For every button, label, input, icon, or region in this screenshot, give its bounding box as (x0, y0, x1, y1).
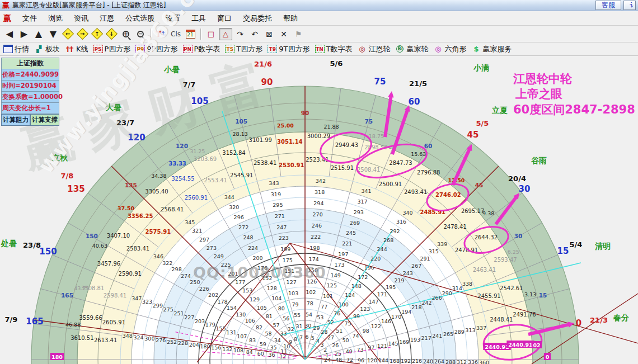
svg-text:315: 315 (429, 248, 439, 254)
svg-text:267: 267 (411, 263, 421, 269)
svg-text:2605.91: 2605.91 (102, 319, 125, 325)
svg-text:105: 105 (191, 96, 208, 106)
svg-text:2598.41: 2598.41 (104, 292, 126, 299)
svg-text:90: 90 (301, 110, 309, 116)
svg-text:298: 298 (172, 266, 182, 272)
svg-text:52: 52 (327, 319, 334, 325)
svg-text:2478.41: 2478.41 (443, 224, 466, 230)
svg-text:102: 102 (306, 289, 316, 295)
svg-text:59: 59 (260, 341, 266, 347)
svg-text:177: 177 (235, 279, 245, 285)
svg-text:130: 130 (236, 311, 246, 318)
svg-text:51: 51 (336, 328, 343, 334)
calc-resistance-button[interactable]: 计算阻力 (1, 114, 30, 126)
svg-text:72: 72 (346, 357, 353, 363)
svg-text:5/4: 5/4 (570, 240, 583, 249)
svg-text:2644.32: 2644.32 (475, 234, 498, 240)
svg-text:2515.91: 2515.91 (331, 165, 354, 171)
svg-text:202: 202 (208, 292, 218, 298)
svg-text:48: 48 (335, 357, 342, 363)
svg-text:2746.02: 2746.02 (435, 192, 461, 198)
symbol-name: 上证指数 (1, 58, 59, 69)
svg-text:121: 121 (377, 343, 387, 349)
svg-text:128: 128 (267, 285, 277, 291)
svg-text:148: 148 (351, 283, 362, 289)
svg-text:53: 53 (317, 314, 323, 320)
svg-text:345: 345 (185, 219, 195, 225)
svg-text:57: 57 (273, 322, 280, 328)
svg-text:179: 179 (205, 322, 215, 328)
svg-text:3152.84: 3152.84 (222, 150, 245, 156)
svg-text:225: 225 (221, 262, 231, 268)
svg-text:23/7: 23/7 (116, 119, 134, 127)
svg-text:97: 97 (368, 344, 374, 351)
svg-text:318: 318 (315, 189, 325, 195)
svg-text:276: 276 (156, 337, 166, 343)
svg-text:83: 83 (249, 337, 256, 343)
svg-text:124: 124 (345, 292, 355, 298)
svg-text:339: 339 (437, 241, 447, 247)
svg-text:360: 360 (479, 360, 489, 364)
svg-text:101: 101 (323, 293, 333, 299)
svg-text:175: 175 (283, 257, 293, 263)
svg-text:150: 150 (86, 233, 98, 239)
svg-text:2695.17: 2695.17 (461, 208, 484, 214)
svg-text:35: 35 (270, 344, 277, 351)
svg-text:立夏: 立夏 (491, 106, 508, 115)
svg-text:224: 224 (248, 245, 258, 251)
svg-text:2898.58: 2898.58 (364, 144, 387, 150)
svg-text:222: 222 (311, 234, 321, 240)
svg-text:2: 2 (323, 347, 327, 353)
svg-text:296: 296 (234, 214, 244, 220)
svg-text:292: 292 (390, 228, 400, 234)
svg-text:106: 106 (245, 318, 255, 324)
svg-text:2455.91: 2455.91 (477, 293, 500, 299)
svg-text:227: 227 (184, 314, 194, 320)
svg-text:173: 173 (334, 262, 344, 268)
svg-text:4: 4 (316, 338, 320, 344)
svg-text:100: 100 (339, 301, 349, 308)
svg-text:12: 12 (279, 353, 286, 360)
svg-text:2583.41: 2583.41 (126, 245, 149, 252)
svg-text:126: 126 (307, 278, 317, 285)
svg-text:319: 319 (271, 191, 281, 197)
svg-text:244: 244 (377, 246, 387, 252)
svg-text:103: 103 (288, 290, 298, 296)
svg-text:180: 180 (200, 343, 210, 349)
svg-text:21.88: 21.88 (323, 124, 339, 130)
svg-text:219: 219 (394, 277, 404, 283)
svg-text:289: 289 (454, 329, 465, 335)
svg-text:153: 153 (242, 287, 252, 294)
svg-text:294: 294 (313, 200, 323, 206)
calc-support-button[interactable]: 计算支撑 (30, 114, 59, 126)
svg-text:7/7: 7/7 (183, 81, 196, 89)
svg-text:82: 82 (256, 324, 262, 330)
svg-text:96: 96 (358, 357, 364, 363)
svg-text:56: 56 (283, 315, 289, 322)
svg-text:31: 31 (296, 323, 303, 329)
svg-text:174: 174 (309, 256, 319, 262)
svg-text:31.25: 31.25 (190, 148, 205, 154)
svg-text:55: 55 (294, 312, 301, 318)
svg-text:49: 49 (346, 348, 353, 354)
svg-text:3: 3 (321, 342, 324, 348)
svg-text:105: 105 (235, 118, 247, 125)
svg-text:2493.41: 2493.41 (404, 189, 427, 195)
calc-buttons: 计算阻力计算支撑 (1, 114, 59, 126)
svg-text:195: 195 (386, 284, 396, 290)
svg-text:131: 131 (226, 329, 236, 335)
symbol-params: 价格=2440.9099时间=20190104变换系数=1.00000周天变化步… (1, 69, 59, 114)
svg-text:2491.76: 2491.76 (513, 311, 536, 318)
svg-text:54: 54 (306, 311, 312, 318)
svg-text:2542.61: 2542.61 (500, 285, 523, 291)
svg-text:199: 199 (280, 246, 290, 252)
svg-text:266: 266 (432, 295, 442, 301)
svg-text:3356.25: 3356.25 (128, 213, 153, 219)
svg-text:84: 84 (246, 349, 253, 355)
gann-wheel-canvas[interactable]: 2491.762542.612593.472644.322695.172746.… (0, 0, 638, 364)
svg-text:154: 154 (227, 305, 237, 311)
svg-text:144: 144 (378, 357, 388, 363)
svg-text:321: 321 (192, 228, 202, 234)
svg-text:3051.14: 3051.14 (277, 139, 303, 145)
svg-text:264: 264 (434, 358, 444, 364)
